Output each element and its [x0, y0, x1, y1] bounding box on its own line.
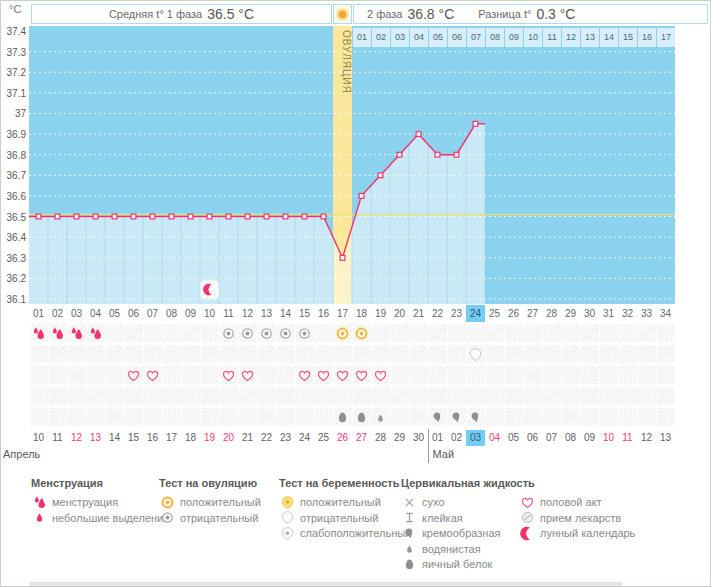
pregnancy-test-row-cell — [619, 345, 637, 363]
cycle-day-cell[interactable]: 26 — [504, 305, 523, 322]
cycle-day-cell[interactable]: 21 — [409, 305, 428, 322]
y-axis-tick: 36.4 — [1, 232, 26, 243]
calendar-date-cell[interactable]: 04 — [485, 430, 504, 446]
legend-item: клейкая — [401, 510, 463, 526]
cycle-day-cell[interactable]: 18 — [352, 305, 371, 322]
cycle-day-cell[interactable]: 31 — [599, 305, 618, 322]
calendar-date-cell[interactable]: 18 — [181, 430, 200, 446]
cycle-day-cell[interactable]: 06 — [124, 305, 143, 322]
calendar-date-cell[interactable]: 28 — [371, 430, 390, 446]
cycle-day-cell[interactable]: 09 — [181, 305, 200, 322]
bbt-chart-app: °C Средняя t° 1 фаза 36.5 °C 2 фаза 36.8… — [0, 0, 711, 587]
cycle-day-cell[interactable]: 22 — [428, 305, 447, 322]
calendar-date-cell[interactable]: 17 — [162, 430, 181, 446]
calendar-date-cell[interactable]: 29 — [390, 430, 409, 446]
cycle-day-cell[interactable]: 14 — [276, 305, 295, 322]
calendar-date-cell[interactable]: 25 — [314, 430, 333, 446]
calendar-date-cell[interactable]: 08 — [561, 430, 580, 446]
calendar-date-cell[interactable]: 21 — [238, 430, 257, 446]
intercourse-heart-icon — [335, 368, 350, 383]
cycle-day-cell[interactable]: 33 — [637, 305, 656, 322]
medication-row-cell — [429, 387, 447, 405]
cycle-day-cell[interactable]: 29 — [561, 305, 580, 322]
cervical-fluid-row-cell — [581, 408, 599, 426]
menstruation-ovulation-test-row-cell — [258, 324, 276, 342]
cycle-day-cell[interactable]: 03 — [67, 305, 86, 322]
calendar-date-cell[interactable]: 12 — [67, 430, 86, 446]
medication-row-cell — [296, 387, 314, 405]
menstruation-ovulation-test-row-cell — [30, 324, 48, 342]
cervical-fluid-row-cell — [391, 408, 409, 426]
cycle-day-cell[interactable]: 01 — [29, 305, 48, 322]
calendar-date-cell[interactable]: 09 — [580, 430, 599, 446]
cycle-day-cell[interactable]: 30 — [580, 305, 599, 322]
cycle-day-cell[interactable]: 05 — [105, 305, 124, 322]
dpo-cell: 06 — [448, 28, 466, 47]
cycle-day-cell[interactable]: 25 — [485, 305, 504, 322]
calendar-date-cell[interactable]: 30 — [409, 430, 428, 446]
cycle-day-cell[interactable]: 15 — [295, 305, 314, 322]
calendar-date-cell[interactable]: 23 — [276, 430, 295, 446]
cycle-day-cell[interactable]: 32 — [618, 305, 637, 322]
intercourse-row-cell — [372, 366, 390, 384]
cycle-day-cell[interactable]: 24 — [466, 305, 485, 322]
menstruation-ovulation-test-row-cell — [619, 324, 637, 342]
cervical-fluid-row-cell — [505, 408, 523, 426]
horizontal-scrollbar[interactable] — [29, 582, 623, 586]
calendar-date-cell[interactable]: 13 — [656, 430, 675, 446]
calendar-date-cell[interactable]: 27 — [352, 430, 371, 446]
calendar-date-cell[interactable]: 24 — [295, 430, 314, 446]
intercourse-row-cell — [106, 366, 124, 384]
cycle-day-cell[interactable]: 17 — [333, 305, 352, 322]
cycle-day-cell[interactable]: 20 — [390, 305, 409, 322]
calendar-date-cell[interactable]: 02 — [447, 430, 466, 446]
calendar-date-cell[interactable]: 10 — [599, 430, 618, 446]
legend-item: лунный календарь — [519, 525, 635, 541]
calendar-date-cell[interactable]: 10 — [29, 430, 48, 446]
cervical-fluid-row-cell — [125, 408, 143, 426]
calendar-date-cell[interactable]: 15 — [124, 430, 143, 446]
pregnancy-test-row-cell — [372, 345, 390, 363]
cycle-day-cell[interactable]: 27 — [523, 305, 542, 322]
y-axis-tick: 37.3 — [1, 47, 26, 58]
cycle-day-cell[interactable]: 10 — [200, 305, 219, 322]
calendar-date-cell[interactable]: 11 — [618, 430, 637, 446]
pregnancy-test-row-cell — [49, 345, 67, 363]
medication-row-cell — [201, 387, 219, 405]
cycle-day-cell[interactable]: 16 — [314, 305, 333, 322]
cycle-day-cell[interactable]: 28 — [542, 305, 561, 322]
menstruation-ovulation-test-row-cell — [144, 324, 162, 342]
calendar-date-cell[interactable]: 20 — [219, 430, 238, 446]
calendar-date-cell[interactable]: 13 — [86, 430, 105, 446]
cycle-day-cell[interactable]: 19 — [371, 305, 390, 322]
legend-item: менструация — [31, 494, 118, 510]
pregnancy-test-row-cell — [429, 345, 447, 363]
cycle-day-cell[interactable]: 02 — [48, 305, 67, 322]
calendar-date-cell[interactable]: 19 — [200, 430, 219, 446]
cycle-day-cell[interactable]: 13 — [257, 305, 276, 322]
calendar-date-cell[interactable]: 06 — [523, 430, 542, 446]
legend-item: сухо — [401, 494, 445, 510]
calendar-date-cell[interactable]: 03 — [466, 430, 485, 446]
intercourse-row-cell — [448, 366, 466, 384]
calendar-date-cell[interactable]: 05 — [504, 430, 523, 446]
calendar-date-cell[interactable]: 26 — [333, 430, 352, 446]
calendar-date-cell[interactable]: 07 — [542, 430, 561, 446]
menstruation-ovulation-test-row-cell — [372, 324, 390, 342]
cycle-day-cell[interactable]: 08 — [162, 305, 181, 322]
cycle-day-cell[interactable]: 23 — [447, 305, 466, 322]
pregnancy-test-row-cell — [581, 345, 599, 363]
calendar-date-cell[interactable]: 12 — [637, 430, 656, 446]
calendar-date-cell[interactable]: 14 — [105, 430, 124, 446]
cycle-day-cell[interactable]: 04 — [86, 305, 105, 322]
calendar-date-cell[interactable]: 16 — [143, 430, 162, 446]
cycle-day-cell[interactable]: 12 — [238, 305, 257, 322]
cycle-day-cell[interactable]: 11 — [219, 305, 238, 322]
cycle-day-cell[interactable]: 07 — [143, 305, 162, 322]
calendar-date-cell[interactable]: 22 — [257, 430, 276, 446]
calendar-date-cell[interactable]: 01 — [428, 430, 447, 446]
y-axis-tick: 36.6 — [1, 191, 26, 202]
calendar-date-cell[interactable]: 11 — [48, 430, 67, 446]
cycle-day-cell[interactable]: 34 — [656, 305, 675, 322]
dpo-cell: 11 — [543, 28, 561, 47]
